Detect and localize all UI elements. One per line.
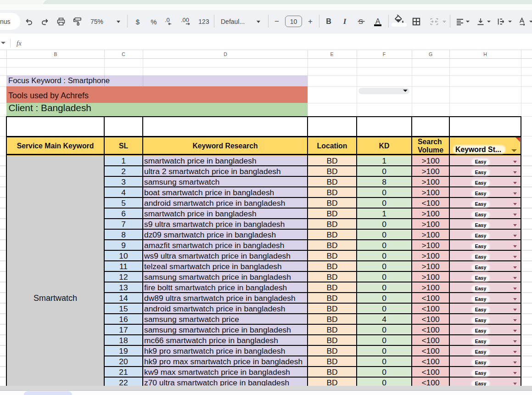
svg-text:.0: .0 xyxy=(165,17,170,23)
svg-text:.00: .00 xyxy=(181,17,189,23)
